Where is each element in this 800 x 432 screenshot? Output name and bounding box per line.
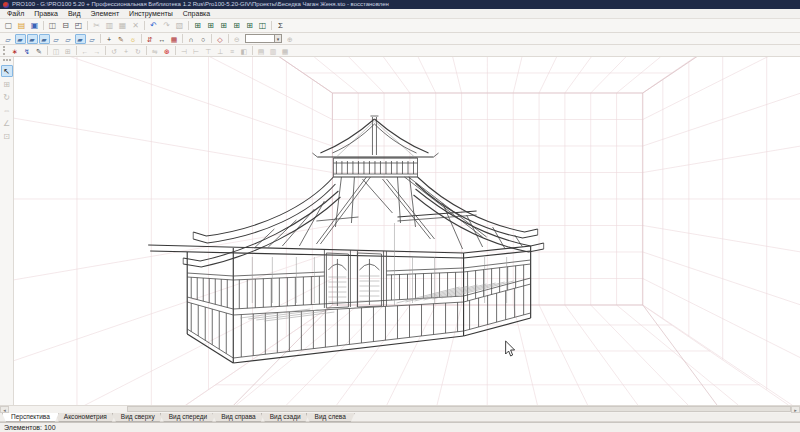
settings-icon[interactable]: ⊛ — [162, 46, 173, 56]
view-tabs: ПерспективаАксонометрияВид сверхуВид спе… — [0, 413, 800, 422]
new-element-tool-icon: ⊞ — [1, 78, 13, 90]
light-toggle-icon[interactable]: ☼ — [128, 34, 139, 44]
toolbar-separator — [271, 21, 272, 30]
tab-front-view[interactable]: Вид спереди — [160, 413, 216, 422]
nudge-left-icon: ← — [80, 46, 91, 56]
print-preview-icon[interactable]: ◰ — [73, 20, 85, 31]
align-right-icon: ⊢ — [191, 46, 202, 56]
show-library-icon[interactable]: ⊞ — [205, 20, 217, 31]
pan-tool-icon: ⇔ — [1, 104, 13, 116]
toolbar-separator — [146, 46, 147, 55]
zoom-in-icon: ⊕ — [285, 34, 296, 44]
toolbar-separator — [252, 46, 253, 55]
cut-icon: ✂ — [91, 20, 103, 31]
show-materials-icon[interactable]: ⊞ — [218, 20, 230, 31]
select-next-icon: ⊞ — [63, 46, 74, 56]
magnet-tool-icon[interactable]: ↯ — [22, 46, 33, 56]
viewport-3d[interactable] — [14, 57, 800, 405]
tab-axonometry[interactable]: Аксонометрия — [55, 413, 116, 422]
scrollbar-thumb[interactable] — [127, 406, 791, 412]
toolbar-drag-handle[interactable] — [3, 46, 6, 55]
show-side-walls-icon[interactable]: ▰ — [15, 34, 26, 44]
toolbar-separator — [76, 46, 77, 55]
select-mode-icon[interactable]: + — [104, 34, 115, 44]
circle-tool-icon[interactable]: ○ — [198, 34, 209, 44]
toolbar-separator — [228, 34, 229, 43]
snap-tool-icon[interactable]: ∗ — [10, 46, 21, 56]
tab-back-view[interactable]: Вид сзади — [261, 413, 310, 422]
select-prev-icon: ◫ — [51, 46, 62, 56]
menu-edit[interactable]: Правка — [29, 9, 63, 19]
model-wireframe[interactable] — [14, 57, 800, 405]
tab-top-view[interactable]: Вид сверху — [112, 413, 164, 422]
measure-tool-icon: ∠ — [1, 117, 13, 129]
arc-tool-icon[interactable]: ∩ — [186, 34, 197, 44]
same-width-icon: ▤ — [256, 46, 267, 56]
toolbar-separator — [188, 21, 189, 30]
show-projects-icon[interactable]: ⊞ — [192, 20, 204, 31]
move-vertical-tool-icon[interactable]: ⇵ — [145, 34, 156, 44]
toolbar-separator — [211, 34, 212, 43]
show-report-icon[interactable]: ⊞ — [231, 20, 243, 31]
scroll-right-icon[interactable]: ▸ — [791, 406, 800, 413]
save-project-icon[interactable]: ▣ — [29, 20, 41, 31]
show-floor-icon[interactable]: ▰ — [27, 34, 38, 44]
tab-right-view[interactable]: Вид справа — [212, 413, 265, 422]
show-price-icon[interactable]: ⊞ — [244, 20, 256, 31]
show-edges-icon[interactable]: ▱ — [51, 34, 62, 44]
show-ceiling-icon[interactable]: ▰ — [39, 34, 50, 44]
gazebo-wireframe[interactable] — [148, 116, 544, 363]
undo-icon[interactable]: ↶ — [148, 20, 160, 31]
dimension-tool-icon[interactable]: ↔ — [157, 34, 168, 44]
menu-tools[interactable]: Инструменты — [124, 9, 178, 19]
tab-left-view[interactable]: Вид слева — [306, 413, 355, 422]
select-tool-icon[interactable]: ↖ — [1, 65, 13, 77]
scrollbar-track[interactable] — [9, 406, 791, 413]
toolbar-standard: ▢▤▣◫⊟◰✂▥▦✕↶↷▧⊞⊞⊞⊞⊞◫Σ — [0, 19, 800, 33]
toolbar-view: ▱▰▰▰▱▱▰▱+✎☼⇵↔▦∩○◇⊖▾⊕ — [0, 33, 800, 45]
align-left-icon: ⊣ — [179, 46, 190, 56]
same-height-icon: ▥ — [268, 46, 279, 56]
rotate-left-icon: ↺ — [109, 46, 120, 56]
paste-icon: ▦ — [117, 20, 129, 31]
menu-view[interactable]: Вид — [63, 9, 86, 19]
palette-drag-handle[interactable] — [3, 59, 11, 62]
menu-file[interactable]: Файл — [2, 9, 29, 19]
scroll-left-icon[interactable]: ◂ — [0, 406, 9, 413]
show-contours-icon[interactable]: ▱ — [63, 34, 74, 44]
toolbar-element: ∗↯✎◫⊞←→↺+↻⇋⊛⊣⊢⊤⊥≡◧▤▥▦ — [0, 45, 800, 57]
zoom-level-combo[interactable]: ▾ — [245, 34, 282, 43]
menu-help[interactable]: Справка — [178, 9, 215, 19]
material-grid-tool-icon[interactable]: ▦ — [169, 34, 180, 44]
tab-perspective[interactable]: Перспектива — [2, 413, 59, 422]
open-project-icon[interactable]: ▤ — [16, 20, 28, 31]
toolbar-separator — [47, 46, 48, 55]
show-grid-icon[interactable]: ▱ — [87, 34, 98, 44]
properties-icon: ▧ — [174, 20, 186, 31]
print-icon[interactable]: ⊟ — [60, 20, 72, 31]
toolbar-separator — [100, 34, 101, 43]
toolbar-separator — [87, 21, 88, 30]
diamond-tool-icon[interactable]: ◇ — [215, 34, 226, 44]
new-document-icon[interactable]: ▢ — [3, 20, 15, 31]
menu-element[interactable]: Элемент — [86, 9, 125, 19]
summary-report-icon[interactable]: Σ — [275, 20, 287, 31]
show-catalog-icon[interactable]: ◫ — [257, 20, 269, 31]
tool-palette: ↖⊞↻⇔∠⊡ — [0, 57, 14, 405]
flip-element-icon: ⇋ — [150, 46, 161, 56]
import-icon[interactable]: ◫ — [47, 20, 59, 31]
edit-points-tool-icon[interactable]: ✎ — [34, 46, 45, 56]
align-bottom-icon: ⊥ — [215, 46, 226, 56]
toolbar-separator — [105, 46, 106, 55]
mouse-cursor — [506, 341, 515, 356]
rotate-right-icon: ↻ — [133, 46, 144, 56]
zoom-level-input[interactable] — [245, 34, 275, 43]
horizontal-scrollbar[interactable]: ◂ ▸ — [0, 405, 800, 413]
draw-mode-icon[interactable]: ✎ — [116, 34, 127, 44]
delete-icon: ✕ — [130, 20, 142, 31]
room-perspective-grid — [14, 57, 800, 405]
app-logo-icon — [3, 2, 9, 8]
zoom-level-dropdown-icon[interactable]: ▾ — [275, 34, 282, 43]
show-front-walls-icon[interactable]: ▱ — [3, 34, 14, 44]
show-textures-icon[interactable]: ▰ — [75, 34, 86, 44]
